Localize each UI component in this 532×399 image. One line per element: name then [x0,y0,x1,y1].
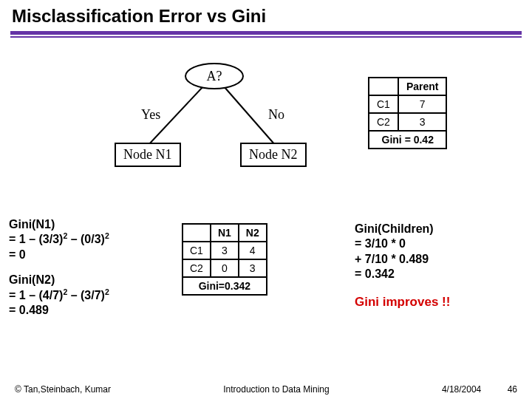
parent-row-label: C2 [369,113,398,131]
gini-calc-left: Gini(N1) = 1 – (3/3)2 – (0/3)2 = 0 Gini(… [9,217,109,318]
footer-right: 4/18/2004 46 [442,384,517,395]
parent-table: Parent C1 7 C2 3 Gini = 0.42 [368,77,447,149]
gini-children-calc: Gini(Children) = 3/10 * 0 + 7/10 * 0.489… [355,222,450,310]
gini-n2-title: Gini(N2) [9,273,109,287]
gini-n1-expr: = 1 – (3/3)2 – (0/3)2 [9,232,109,247]
child-gini: Gini=0.342 [183,277,267,295]
parent-header: Parent [398,78,447,95]
footer-date: 4/18/2004 [442,384,481,395]
gini-children-title: Gini(Children) [355,222,450,236]
child-row-label: C2 [183,259,211,277]
gini-improves: Gini improves !! [355,294,450,310]
decision-tree: A? Yes No Node N1 Node N2 [115,63,321,181]
footer-copyright: © Tan,Steinbach, Kumar [15,384,111,395]
child-col-n1: N1 [211,224,239,242]
node-n1: Node N1 [115,143,181,167]
gini-n1-result: = 0 [9,248,109,262]
slide-title: Misclassification Error vs Gini [0,0,532,31]
edge-yes-label: Yes [141,107,160,123]
child-col-n2: N2 [239,224,267,242]
tree-root: A? [185,63,244,89]
child-cell: 0 [211,259,239,277]
parent-row-label: C1 [369,95,398,113]
edge-no-label: No [268,107,284,123]
title-rule [10,31,522,38]
slide-footer: © Tan,Steinbach, Kumar Introduction to D… [0,384,532,395]
gini-children-result: = 0.342 [355,267,450,282]
node-n2: Node N2 [240,143,307,167]
child-table: N1 N2 C1 3 4 C2 0 3 Gini=0.342 [182,223,267,296]
footer-title: Introduction to Data Mining [111,384,442,395]
child-cell: 3 [211,242,239,259]
gini-children-l2: = 3/10 * 0 [355,236,450,251]
gini-n1-title: Gini(N1) [9,217,109,232]
gini-n2-expr: = 1 – (4/7)2 – (3/7)2 [9,288,109,303]
parent-gini: Gini = 0.42 [369,131,446,149]
footer-page: 46 [508,384,517,395]
gini-children-l3: + 7/10 * 0.489 [355,252,450,267]
child-cell: 3 [239,259,267,277]
parent-row-value: 7 [398,95,447,113]
gini-n2-result: = 0.489 [9,303,109,318]
child-cell: 4 [239,242,267,259]
child-row-label: C1 [183,242,211,259]
parent-row-value: 3 [398,113,447,131]
